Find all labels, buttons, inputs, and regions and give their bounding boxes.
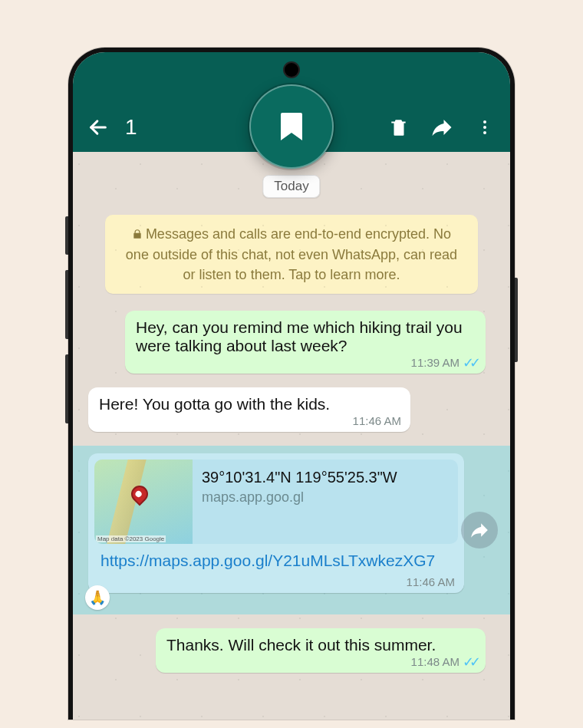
forward-icon[interactable] [430,116,453,139]
lock-icon [132,225,143,245]
link-preview[interactable]: Map data ©2023 Google 39°10'31.4"N 119°5… [94,460,458,544]
encryption-notice[interactable]: Messages and calls are end-to-end encryp… [105,215,478,294]
message-time: 11:46 AM [407,575,455,588]
message-outgoing[interactable]: Hey, can you remind me which hiking trai… [125,311,486,374]
bookmark-spacer [329,116,367,139]
date-separator: Today [262,175,320,198]
star-message-button[interactable] [249,84,334,169]
bookmark-icon [273,108,310,145]
map-attribution: Map data ©2023 Google [96,535,166,542]
message-outgoing[interactable]: Thanks. Will check it out this summer. 1… [156,628,486,673]
message-text: Hey, can you remind me which hiking trai… [136,318,463,354]
svg-point-2 [483,126,486,129]
message-time: 11:48 AM [411,655,459,668]
map-thumbnail: Map data ©2023 Google [94,460,193,544]
more-icon[interactable] [473,116,496,139]
message-time: 11:46 AM [353,414,401,427]
back-icon[interactable] [87,116,110,139]
chat-body: Today Messages and calls are end-to-end … [73,152,510,720]
phone-frame: 1 Today [68,48,515,720]
reaction-emoji: 🙏 [89,589,106,606]
svg-point-1 [483,120,486,124]
phone-side-button [65,270,68,339]
forward-icon [469,520,489,540]
link-url[interactable]: https://maps.app.goo.gl/Y21uMLsLTxwkezXG… [94,544,458,572]
selected-count: 1 [125,115,266,140]
delete-icon[interactable] [387,116,410,139]
phone-side-button [65,354,68,423]
selected-message-row[interactable]: Map data ©2023 Google 39°10'31.4"N 119°5… [73,446,510,614]
phone-side-button [65,216,68,255]
phone-camera [285,63,298,77]
quick-forward-button[interactable] [461,512,498,548]
message-reaction[interactable]: 🙏 [85,585,110,610]
link-preview-domain: maps.app.goo.gl [202,489,397,506]
message-time: 11:39 AM [411,356,459,369]
message-incoming-link[interactable]: Map data ©2023 Google 39°10'31.4"N 119°5… [88,453,464,593]
link-preview-title: 39°10'31.4"N 119°55'25.3"W [202,469,397,486]
message-text: Thanks. Will check it out this summer. [166,636,436,654]
message-text: Here! You gotta go with the kids. [99,395,330,413]
svg-point-3 [483,131,486,134]
phone-side-button [515,278,518,362]
message-incoming[interactable]: Here! You gotta go with the kids. 11:46 … [88,387,410,432]
encryption-text: Messages and calls are end-to-end encryp… [126,226,457,282]
